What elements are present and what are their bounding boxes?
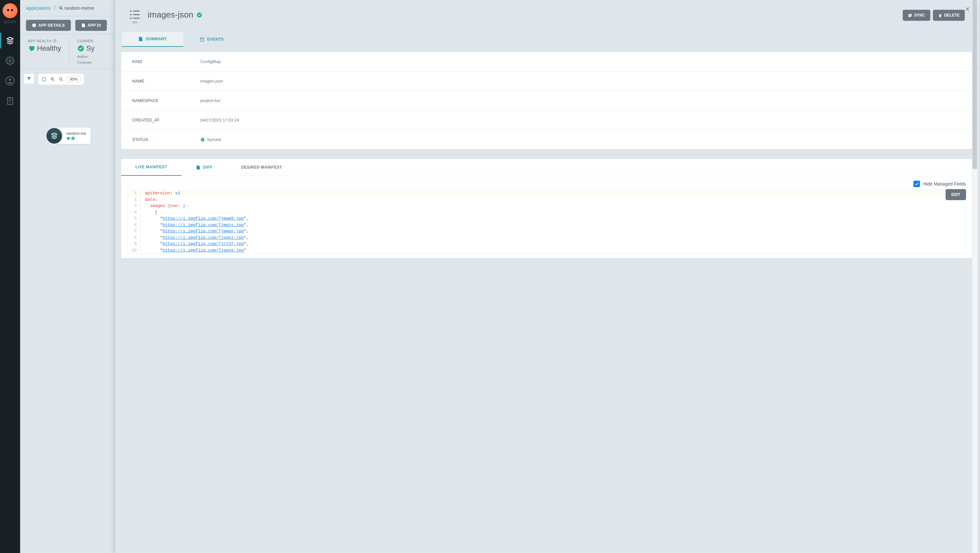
svg-point-2 xyxy=(9,79,11,81)
filter-button[interactable] xyxy=(24,74,34,83)
detail-status-value: Synced xyxy=(200,137,221,142)
sync-comment: Commen xyxy=(77,61,95,64)
synced-check-icon xyxy=(196,12,202,18)
panel-scrollbar[interactable] xyxy=(972,0,978,553)
detail-status-key: STATUS xyxy=(132,137,200,142)
zoom-fit-button[interactable] xyxy=(41,76,47,82)
sync-label: CURREN xyxy=(77,39,95,43)
breadcrumb-separator: / xyxy=(54,5,56,11)
zoom-controls: 90% xyxy=(38,74,84,85)
health-value: Healthy xyxy=(28,44,61,53)
nav-docs[interactable] xyxy=(0,93,20,109)
stack-icon xyxy=(45,127,63,145)
nav-settings[interactable] xyxy=(0,53,20,69)
zoom-level-display[interactable]: 90% xyxy=(67,76,81,83)
hide-managed-fields-label: Hide Managed Fields xyxy=(923,181,966,186)
health-label: APP HEALTH xyxy=(28,39,61,43)
version-label: v2.3.17+ xyxy=(4,20,17,24)
close-panel-button[interactable] xyxy=(964,6,970,13)
panel-tabs: SUMMARY EVENTS xyxy=(115,32,978,47)
tab-desired-manifest[interactable]: DESIRED MANIFEST xyxy=(227,159,296,176)
panel-title: images-json xyxy=(148,10,193,20)
resource-detail-panel: cm images-json SYNC DELETE xyxy=(115,0,978,553)
tab-diff[interactable]: DIFF xyxy=(181,159,227,176)
manifest-card: LIVE MANIFEST DIFF DESIRED MANIFEST H xyxy=(121,159,972,258)
svg-point-0 xyxy=(9,60,11,62)
details-card: KINDConfigMap NAMEimages-json NAMESPACEp… xyxy=(121,52,972,149)
detail-created-value: 04/27/2023 17:03:24 xyxy=(200,118,239,123)
breadcrumb-current-app[interactable]: random-meme xyxy=(59,6,94,11)
nav-applications[interactable] xyxy=(0,33,20,48)
argo-logo[interactable] xyxy=(3,3,18,18)
detail-kind-key: KIND xyxy=(132,59,200,64)
hide-managed-fields-checkbox[interactable] xyxy=(913,181,920,187)
tab-summary[interactable]: SUMMARY xyxy=(122,32,183,47)
node-status-icons xyxy=(66,137,86,140)
detail-kind-value: ConfigMap xyxy=(200,59,221,64)
svg-point-7 xyxy=(34,24,34,24)
edit-manifest-button[interactable]: EDIT xyxy=(946,189,966,200)
detail-name-value: images-json xyxy=(200,79,223,83)
sync-author: Author: xyxy=(77,54,95,59)
configmap-icon: cm xyxy=(128,10,141,24)
zoom-out-button[interactable] xyxy=(59,76,64,82)
app-details-button[interactable]: APP DETAILS xyxy=(26,20,71,31)
detail-namespace-value: project-foo xyxy=(200,98,220,103)
detail-created-key: CREATED_AT xyxy=(132,118,200,123)
delete-button[interactable]: DELETE xyxy=(933,10,965,21)
svg-point-4 xyxy=(59,6,62,9)
sync-button[interactable]: SYNC xyxy=(903,10,930,21)
tab-live-manifest[interactable]: LIVE MANIFEST xyxy=(121,159,181,176)
app-root-node[interactable]: random-me xyxy=(45,128,91,144)
breadcrumb-applications[interactable]: Applications xyxy=(26,6,51,11)
manifest-code-block[interactable]: 1apiVersion: v1 2data: 3 images.json: |-… xyxy=(127,190,966,254)
nav-user[interactable] xyxy=(0,73,20,89)
svg-rect-6 xyxy=(34,25,34,26)
detail-name-key: NAME xyxy=(132,79,200,83)
app-diff-button[interactable]: APP DI xyxy=(75,20,107,31)
node-title: random-me xyxy=(66,131,86,136)
sync-value: Sy xyxy=(77,44,95,53)
svg-rect-15 xyxy=(200,38,204,41)
tab-events[interactable]: EVENTS xyxy=(183,32,240,47)
svg-rect-10 xyxy=(43,78,45,81)
detail-namespace-key: NAMESPACE xyxy=(132,98,200,103)
zoom-in-button[interactable] xyxy=(50,76,55,82)
left-sidebar: v2.3.17+ xyxy=(0,0,20,553)
